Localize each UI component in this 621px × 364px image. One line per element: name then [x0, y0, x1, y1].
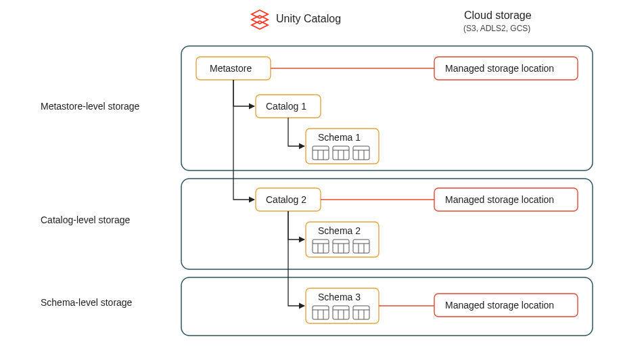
node-schema3: Schema 3	[306, 288, 379, 323]
cloud-title: Cloud storage	[464, 9, 532, 21]
link-metastore-catalog1	[233, 80, 254, 106]
link-catalog2-schema2	[288, 211, 304, 240]
node-schema2-label: Schema 2	[318, 225, 361, 236]
link-catalog1-schema1	[288, 118, 304, 146]
level-label-catalog: Catalog-level storage	[41, 214, 131, 225]
link-catalog2-schema3	[288, 211, 304, 306]
managed-storage-metastore: Managed storage location	[434, 57, 578, 80]
managed-storage-catalog: Managed storage location	[434, 188, 578, 211]
managed-storage-metastore-label: Managed storage location	[445, 63, 554, 74]
node-metastore-label: Metastore	[210, 63, 252, 74]
level-label-schema: Schema-level storage	[41, 297, 133, 308]
managed-storage-schema-label: Managed storage location	[445, 300, 554, 311]
node-metastore: Metastore	[196, 57, 271, 80]
node-schema1-label: Schema 1	[318, 132, 361, 143]
node-schema3-label: Schema 3	[318, 292, 361, 302]
brand-title: Unity Catalog	[276, 13, 341, 24]
node-catalog1-label: Catalog 1	[266, 101, 306, 112]
node-catalog2-label: Catalog 2	[266, 194, 306, 205]
managed-storage-catalog-label: Managed storage location	[445, 194, 554, 205]
node-catalog2: Catalog 2	[256, 188, 321, 211]
link-metastore-catalog2	[233, 80, 254, 200]
node-schema2: Schema 2	[306, 222, 379, 257]
header: Unity Catalog Cloud storage (S3, ADLS2, …	[252, 9, 532, 33]
databricks-logo-icon	[252, 10, 268, 29]
node-schema1: Schema 1	[306, 129, 379, 164]
cloud-subtitle: (S3, ADLS2, GCS)	[463, 24, 530, 33]
managed-storage-schema: Managed storage location	[434, 294, 578, 317]
level-label-metastore: Metastore-level storage	[41, 101, 140, 112]
node-catalog1: Catalog 1	[256, 95, 321, 118]
